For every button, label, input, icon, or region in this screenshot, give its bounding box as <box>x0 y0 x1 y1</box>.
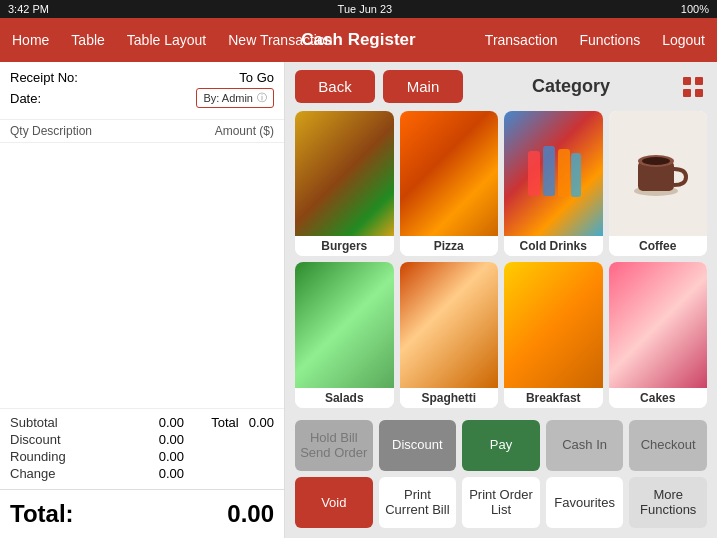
category-label-salads: Salads <box>295 388 394 408</box>
category-salads[interactable]: Salads <box>295 262 394 407</box>
svg-rect-7 <box>571 153 581 197</box>
category-label-pizza: Pizza <box>400 236 499 256</box>
pay-button[interactable]: Pay <box>462 420 540 471</box>
total-label-right: Total <box>211 415 238 430</box>
total-value-right: 0.00 <box>249 415 274 430</box>
status-battery: 100% <box>681 3 709 15</box>
grand-total-label: Total: <box>10 500 74 528</box>
status-bar: 3:42 PM Tue Jun 23 100% <box>0 0 717 18</box>
by-admin-badge[interactable]: By: Admin ⓘ <box>196 88 274 108</box>
svg-point-11 <box>642 157 670 165</box>
category-label-cold-drinks: Cold Drinks <box>504 236 603 256</box>
nav-functions[interactable]: Functions <box>577 28 642 52</box>
discount-label: Discount <box>10 432 61 447</box>
change-value: 0.00 <box>134 466 184 481</box>
nav-logout[interactable]: Logout <box>660 28 707 52</box>
right-panel: Back Main Category Burgers Pizza <box>285 62 717 538</box>
by-admin-text: By: Admin <box>203 92 253 104</box>
status-time: 3:42 PM <box>8 3 49 15</box>
action-row-1: Hold BillSend Order Discount Pay Cash In… <box>295 420 707 471</box>
nav-home[interactable]: Home <box>10 28 51 52</box>
left-panel: Receipt No: To Go Date: By: Admin ⓘ Qty … <box>0 62 285 538</box>
category-breakfast[interactable]: Breakfast <box>504 262 603 407</box>
top-buttons: Back Main Category <box>285 62 717 111</box>
nav-right: Transaction Functions Logout <box>483 28 707 52</box>
receipt-header: Receipt No: To Go Date: By: Admin ⓘ <box>0 62 284 120</box>
date-label: Date: <box>10 91 41 106</box>
discount-value: 0.00 <box>134 432 184 447</box>
rounding-value: 0.00 <box>134 449 184 464</box>
receipt-totals: Subtotal 0.00 Discount 0.00 Rounding 0.0… <box>0 408 284 489</box>
nav-table-layout[interactable]: Table Layout <box>125 28 208 52</box>
nav-transaction[interactable]: Transaction <box>483 28 560 52</box>
status-date: Tue Jun 23 <box>338 3 393 15</box>
grand-total: Total: 0.00 <box>0 489 284 538</box>
category-spaghetti[interactable]: Spaghetti <box>400 262 499 407</box>
category-cakes[interactable]: Cakes <box>609 262 708 407</box>
category-label-breakfast: Breakfast <box>504 388 603 408</box>
svg-rect-1 <box>695 77 703 85</box>
grand-total-value: 0.00 <box>227 500 274 528</box>
column-headers: Qty Description Amount ($) <box>0 120 284 143</box>
hold-bill-button[interactable]: Hold BillSend Order <box>295 420 373 471</box>
nav-table[interactable]: Table <box>69 28 106 52</box>
receipt-no-label: Receipt No: <box>10 70 78 85</box>
svg-rect-5 <box>543 146 555 196</box>
print-order-list-button[interactable]: Print Order List <box>462 477 540 528</box>
main-layout: Receipt No: To Go Date: By: Admin ⓘ Qty … <box>0 62 717 538</box>
nav-title: Cash Register <box>301 30 415 50</box>
cash-in-button[interactable]: Cash In <box>546 420 624 471</box>
category-pizza[interactable]: Pizza <box>400 111 499 256</box>
nav-left: Home Table Table Layout New Transaction <box>10 28 335 52</box>
category-coffee[interactable]: Coffee <box>609 111 708 256</box>
category-label-spaghetti: Spaghetti <box>400 388 499 408</box>
category-label-coffee: Coffee <box>609 236 708 256</box>
category-grid: Burgers Pizza Cold Drinks <box>285 111 717 416</box>
category-label-cakes: Cakes <box>609 388 708 408</box>
svg-rect-6 <box>558 149 570 197</box>
svg-rect-0 <box>683 77 691 85</box>
nav-bar: Home Table Table Layout New Transaction … <box>0 18 717 62</box>
checkout-button[interactable]: Checkout <box>629 420 707 471</box>
category-burgers[interactable]: Burgers <box>295 111 394 256</box>
info-icon: ⓘ <box>257 91 267 105</box>
change-label: Change <box>10 466 56 481</box>
subtotal-label: Subtotal <box>10 415 58 430</box>
favourites-button[interactable]: Favourites <box>546 477 624 528</box>
category-label-burgers: Burgers <box>295 236 394 256</box>
print-current-bill-button[interactable]: Print Current Bill <box>379 477 457 528</box>
col-amount: Amount ($) <box>215 124 274 138</box>
main-button[interactable]: Main <box>383 70 463 103</box>
receipt-body <box>0 143 284 408</box>
svg-rect-2 <box>683 89 691 97</box>
category-title: Category <box>471 76 671 97</box>
back-button[interactable]: Back <box>295 70 375 103</box>
svg-rect-3 <box>695 89 703 97</box>
to-go-label: To Go <box>239 70 274 85</box>
rounding-label: Rounding <box>10 449 66 464</box>
void-button[interactable]: Void <box>295 477 373 528</box>
col-qty-desc: Qty Description <box>10 124 92 138</box>
grid-view-icon[interactable] <box>679 73 707 101</box>
more-functions-button[interactable]: More Functions <box>629 477 707 528</box>
category-cold-drinks[interactable]: Cold Drinks <box>504 111 603 256</box>
action-row-2: Void Print Current Bill Print Order List… <box>295 477 707 528</box>
svg-rect-4 <box>528 151 540 196</box>
subtotal-value: 0.00 <box>134 415 184 430</box>
discount-button[interactable]: Discount <box>379 420 457 471</box>
bottom-buttons: Hold BillSend Order Discount Pay Cash In… <box>285 416 717 538</box>
